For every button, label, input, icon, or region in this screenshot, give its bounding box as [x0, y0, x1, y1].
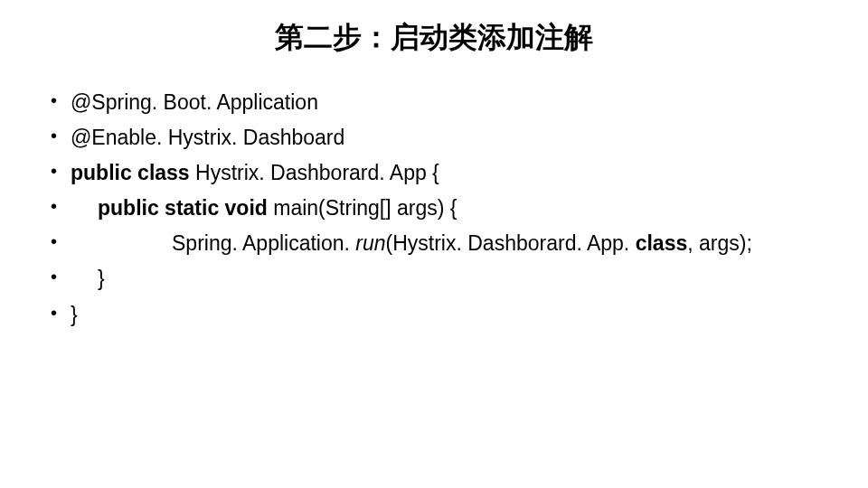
list-item: @Enable. Hystrix. Dashboard	[45, 120, 823, 155]
list-item: public static void main(String[] args) {	[45, 191, 823, 226]
list-item: }	[45, 261, 823, 296]
list-item: Spring. Application. run(Hystrix. Dashbo…	[45, 226, 823, 261]
list-item: public class Hystrix. Dashborard. App {	[45, 155, 823, 191]
code-line: }	[71, 303, 78, 326]
code-line: @Spring. Boot. Application	[71, 90, 318, 114]
code-line: }	[71, 261, 105, 296]
list-item: }	[45, 297, 823, 333]
code-list: @Spring. Boot. Application @Enable. Hyst…	[45, 85, 823, 333]
slide-title: 第二步：启动类添加注解	[45, 18, 823, 58]
code-line: @Enable. Hystrix. Dashboard	[71, 126, 344, 149]
code-line: public static void main(String[] args) {	[71, 191, 458, 226]
code-line: Spring. Application. run(Hystrix. Dashbo…	[71, 226, 752, 261]
code-line: public class Hystrix. Dashborard. App {	[71, 161, 439, 184]
list-item: @Spring. Boot. Application	[45, 85, 823, 120]
